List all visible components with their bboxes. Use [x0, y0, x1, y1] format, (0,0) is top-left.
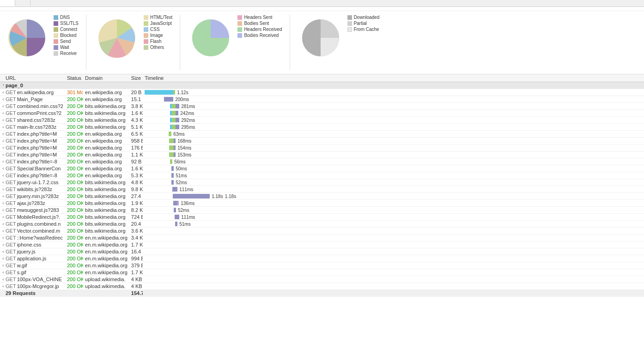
table-row[interactable]: + GETjquery-ui-1.7.2.css 200 OK bits.wik…	[0, 179, 644, 186]
row-timeline	[143, 248, 644, 255]
expand-row[interactable]: +	[0, 283, 4, 290]
expand-row[interactable]: +	[0, 269, 4, 276]
row-timeline: 56ms	[143, 158, 644, 165]
expand-row[interactable]: +	[0, 186, 4, 193]
row-timeline: 242ms	[143, 110, 644, 117]
table-row[interactable]: + GETindex.php?title=-8 200 OK en.wikipe…	[0, 158, 644, 165]
table-row[interactable]: + GETcombined.min.css?2 200 OK bits.wiki…	[0, 103, 644, 110]
expand-row[interactable]: +	[0, 179, 4, 186]
expand-row[interactable]: +	[0, 124, 4, 131]
expand-row[interactable]: +	[0, 158, 4, 165]
row-timeline: 153ms	[143, 151, 644, 158]
expand-row[interactable]: +	[0, 262, 4, 269]
tab-waterfall[interactable]	[0, 0, 15, 6]
row-domain: bits.wikimedia.org	[83, 179, 129, 186]
table-row[interactable]: + GETs.gif 200 OK en.m.wikipedia.org 1.7…	[0, 269, 644, 276]
expand-row[interactable]: +	[0, 96, 4, 103]
expand-page[interactable]: ▼	[0, 82, 4, 89]
row-url: GETcombined.min.css?2	[4, 103, 65, 110]
table-row[interactable]: + GET::Home?wasRedirec 200 OK en.m.wikip…	[0, 235, 644, 241]
expand-row[interactable]: +	[0, 144, 4, 151]
row-timeline: 168ms	[143, 138, 644, 144]
expand-row[interactable]: +	[0, 151, 4, 158]
row-timeline: 136ms	[143, 200, 644, 207]
row-size: 27.4 KB	[129, 193, 143, 200]
row-status: 200 OK	[65, 207, 83, 214]
pie-timing	[4, 15, 50, 62]
table-row[interactable]: + GETshared.css?283z 200 OK bits.wikimed…	[0, 117, 644, 124]
table-row[interactable]: + GETw.gif 200 OK en.m.wikipedia.org 379…	[0, 262, 644, 269]
expand-row[interactable]: +	[0, 193, 4, 200]
row-domain: en.m.wikipedia.org	[83, 269, 129, 276]
row-domain: en.wikipedia.org	[83, 158, 129, 165]
row-domain: bits.wikimedia.org	[83, 117, 129, 124]
table-row[interactable]: + GETMobileRedirect.js?. 200 OK bits.wik…	[0, 214, 644, 221]
row-timeline: 52ms	[143, 179, 644, 186]
expand-row[interactable]: +	[0, 276, 4, 283]
expand-row[interactable]: +	[0, 221, 4, 228]
table-row[interactable]: + GETajax.js?283z 200 OK bits.wikimedia.…	[0, 200, 644, 207]
table-row[interactable]: + GETcommonPrint.css?2 200 OK bits.wikim…	[0, 110, 644, 117]
expand-row[interactable]: +	[0, 228, 4, 235]
row-size: 9.8 KB	[129, 186, 143, 193]
row-status: 200 OK	[65, 179, 83, 186]
expand-row[interactable]: +	[0, 214, 4, 221]
expand-row[interactable]: +	[0, 103, 4, 110]
row-timeline	[143, 241, 644, 248]
row-status: 200 OK	[65, 96, 83, 103]
expand-row[interactable]: +	[0, 200, 4, 207]
row-domain: en.m.wikipedia.org	[83, 235, 129, 241]
table-row[interactable]: + GETjquery.min.js?283z 200 OK bits.wiki…	[0, 193, 644, 200]
table-row[interactable]: + GETindex.php?title=M 200 OK en.wikiped…	[0, 138, 644, 144]
table-row[interactable]: + GETmwsuggest.js?283 200 OK bits.wikime…	[0, 207, 644, 214]
row-url: GET::Home?wasRedirec	[4, 235, 65, 241]
table-row[interactable]: + GETiphone.css 200 OK en.m.wikipedia.or…	[0, 241, 644, 248]
table-row[interactable]: + GET100px-VOA_CHINE 200 OK upload.wikim…	[0, 276, 644, 283]
table-row[interactable]: + GETindex.php?title=M 200 OK en.wikiped…	[0, 131, 644, 138]
expand-row[interactable]: +	[0, 117, 4, 124]
row-status: 200 OK	[65, 165, 83, 172]
table-row[interactable]: + GETMain_Page 200 OK en.wikipedia.org 1…	[0, 96, 644, 103]
expand-row[interactable]: +	[0, 89, 4, 96]
row-size: 1.7 KB	[129, 269, 143, 276]
expand-row[interactable]: +	[0, 131, 4, 138]
row-size: 1.1 KB	[129, 151, 143, 158]
row-domain: en.m.wikipedia.org	[83, 248, 129, 255]
table-row[interactable]: + GETindex.php?title=-8 200 OK en.wikipe…	[0, 172, 644, 179]
row-size: 3.6 KB	[129, 228, 143, 235]
table-row[interactable]: + GET100px-Mcgregor.jp 200 OK upload.wik…	[0, 283, 644, 290]
row-url: GET100px-Mcgregor.jp	[4, 283, 65, 290]
expand-row[interactable]: +	[0, 110, 4, 117]
expand-row[interactable]: +	[0, 255, 4, 262]
row-status: 200 OK	[65, 138, 83, 144]
table-row[interactable]: + GETplugins.combined.n 200 OK bits.wiki…	[0, 221, 644, 228]
table-row[interactable]: + GETjquery.js 200 OK en.m.wikipedia.org…	[0, 248, 644, 255]
expand-row[interactable]: +	[0, 235, 4, 241]
expand-row[interactable]: +	[0, 165, 4, 172]
table-row[interactable]: + GETVector.combined.m 200 OK bits.wikim…	[0, 228, 644, 235]
row-status: 200 OK	[65, 200, 83, 207]
tab-har[interactable]	[15, 0, 30, 6]
table-row[interactable]: + GETindex.php?title=M 200 OK en.wikiped…	[0, 144, 644, 151]
table-row[interactable]: + GETapplication.js 200 OK en.m.wikipedi…	[0, 255, 644, 262]
expand-row[interactable]: +	[0, 207, 4, 214]
charts-area: DNS SSL/TLS Connect Blocked Send Wait Re…	[0, 11, 644, 74]
row-timeline	[143, 276, 644, 283]
row-status: 200 OK	[65, 228, 83, 235]
row-status: 200 OK	[65, 255, 83, 262]
row-status: 200 OK	[65, 110, 83, 117]
row-size: 1.6 KB	[129, 110, 143, 117]
table-row[interactable]: + GETen.wikipedia.org 301 Moved Perma en…	[0, 89, 644, 96]
expand-row[interactable]: +	[0, 172, 4, 179]
row-url: GETshared.css?283z	[4, 117, 65, 124]
col-header-size: Size	[129, 74, 143, 82]
expand-row[interactable]: +	[0, 241, 4, 248]
table-row[interactable]: + GETSpecial:BannerCon 200 OK en.wikiped…	[0, 165, 644, 172]
chart-transfer: Headers Sent Bodies Sent Headers Receive…	[188, 15, 282, 62]
table-row[interactable]: + GETwikibits.js?283z 200 OK bits.wikime…	[0, 186, 644, 193]
expand-row[interactable]: +	[0, 138, 4, 144]
table-row[interactable]: + GETindex.php?title=M 200 OK en.wikiped…	[0, 151, 644, 158]
row-status: 301 Moved Perma	[65, 89, 83, 96]
expand-row[interactable]: +	[0, 248, 4, 255]
table-row[interactable]: + GETmain-ltr.css?283z 200 OK bits.wikim…	[0, 124, 644, 131]
